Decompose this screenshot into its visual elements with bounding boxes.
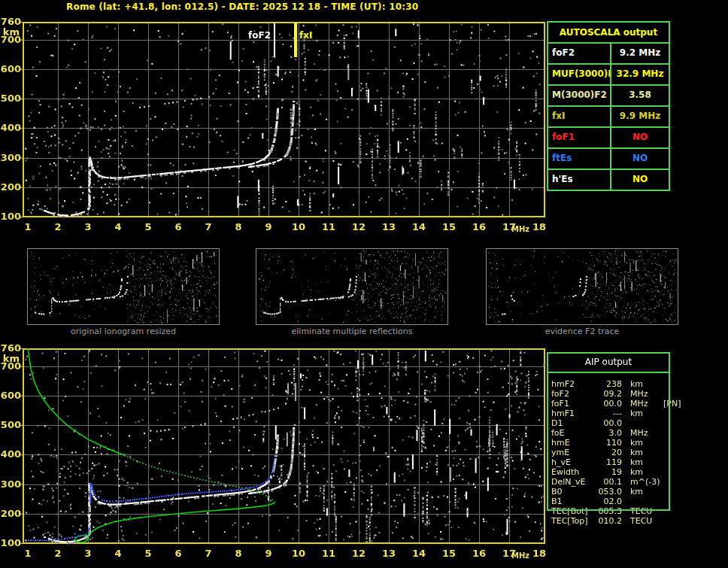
aip-l: hmE [551, 438, 592, 448]
thumbnail-caption-2: eliminate multiple reflections [292, 327, 413, 336]
autoscala-panel-title: AUTOSCALA output [548, 23, 669, 44]
M3000-label: M(3000)F2 [548, 86, 611, 105]
thumbnail-eliminate-reflections [256, 248, 448, 325]
aip-l: ymE [551, 448, 592, 457]
aip-v: 238 [592, 379, 622, 389]
aip-u: km [630, 438, 663, 448]
aip-panel-title: AIP output [547, 357, 670, 367]
aip-u: km [630, 448, 663, 457]
aip-v: --- [592, 409, 622, 418]
aip-l: DelN_vE [551, 477, 592, 487]
autoscala-output-panel: AUTOSCALA output foF2 9.2 MHz MUF(3000)F… [547, 21, 670, 191]
aip-row-B1: B102.0 [551, 497, 663, 506]
aip-row-hmE: hmE110km [551, 438, 663, 448]
aip-row-TEC[Top]: TEC[Top]010.2TECU [551, 516, 663, 526]
hEs-label: h'Es [548, 170, 611, 190]
foF1-label: foF1 [548, 128, 611, 147]
aip-row-foE: foE3.0MHz [551, 428, 663, 438]
aip-row-foF1: foF100.0MHz[PN] [551, 399, 681, 409]
MUF-label: MUF(3000)F2 [548, 65, 611, 84]
thumbnail-caption-3: evidence F2 trace [545, 327, 620, 336]
aip-u [630, 418, 663, 428]
aip-u: m^(-3) [630, 477, 663, 487]
top-ionogram-plot [0, 14, 551, 239]
aip-x: [PN] [663, 399, 681, 409]
aip-u [630, 497, 663, 506]
aip-row-TEC[Bot]: TEC[Bot]005.3TECU [551, 506, 663, 516]
aip-row-D1: D100.0 [551, 418, 663, 428]
aip-l: foF1 [551, 399, 592, 409]
aip-u: MHz [630, 389, 663, 399]
M3000-value: 3.58 [611, 86, 669, 105]
MUF-value: 32.9 MHz [611, 65, 669, 84]
aip-l: TEC[Top] [551, 516, 592, 526]
thumbnail-evidence-f2-trace [486, 248, 678, 325]
aip-v: 00.1 [592, 477, 622, 487]
aip-l: foE [551, 428, 592, 438]
aip-v: 053.0 [592, 487, 622, 497]
station-date-time-title: Rome (lat: +41.8, lon: 012.5) - DATE: 20… [66, 2, 418, 12]
aip-header-divider [547, 372, 670, 373]
aip-u: MHz [630, 428, 663, 438]
foF2-label: foF2 [548, 44, 611, 63]
aip-row-DelN_vE: DelN_vE00.1m^(-3) [551, 477, 663, 487]
aip-l: B1 [551, 497, 592, 506]
table-row-MUF: MUF(3000)F2 32.9 MHz [548, 65, 669, 86]
aip-row-hmF2: hmF2238km [551, 379, 663, 389]
aip-v: 19 [592, 467, 622, 477]
aip-v: 00.0 [592, 399, 622, 409]
ftEs-label: ftEs [548, 149, 611, 169]
aip-v: 110 [592, 438, 622, 448]
table-row-foF1: foF1 NO [548, 128, 669, 149]
aip-l: h_vE [551, 457, 592, 467]
aip-v: 20 [592, 448, 622, 457]
fxI-value: 9.9 MHz [611, 107, 669, 126]
foF1-value: NO [611, 128, 669, 147]
aip-v: 010.2 [592, 516, 622, 526]
aip-l: hmF1 [551, 409, 592, 418]
aip-u: km [630, 487, 663, 497]
aip-v: 02.0 [592, 497, 622, 506]
ftEs-value: NO [611, 149, 669, 169]
aip-row-hmF1: hmF1---km [551, 409, 663, 418]
table-row-hEs: h'Es NO [548, 170, 669, 190]
aip-v: 005.3 [592, 506, 622, 516]
aip-row-ymE: ymE20km [551, 448, 663, 457]
table-row-fxI: fxI 9.9 MHz [548, 107, 669, 128]
aip-u: TECU [630, 506, 663, 516]
fxI-label: fxI [548, 107, 611, 126]
aip-u: km [630, 467, 663, 477]
autoscala-window: Rome (lat: +41.8, lon: 012.5) - DATE: 20… [0, 0, 728, 568]
aip-u: km [630, 457, 663, 467]
thumbnail-caption-1: original ionogram resized [71, 327, 176, 336]
aip-l: foF2 [551, 389, 592, 399]
table-row-foF2: foF2 9.2 MHz [548, 44, 669, 65]
aip-u: MHz [630, 399, 663, 409]
aip-v: 3.0 [592, 428, 622, 438]
aip-l: Ewidth [551, 467, 592, 477]
aip-u: TECU [630, 516, 663, 526]
aip-l: hmF2 [551, 379, 592, 389]
aip-v: 119 [592, 457, 622, 467]
table-row-ftEs: ftEs NO [548, 149, 669, 170]
aip-u: km [630, 409, 663, 418]
aip-l: B0 [551, 487, 592, 497]
hEs-value: NO [611, 170, 669, 190]
aip-l: TEC[Bot] [551, 506, 592, 516]
thumbnail-original-ionogram [27, 248, 220, 325]
aip-l: D1 [551, 418, 592, 428]
aip-row-Ewidth: Ewidth19km [551, 467, 663, 477]
aip-row-B0: B0053.0km [551, 487, 663, 497]
aip-v: 00.0 [592, 418, 622, 428]
table-row-M3000: M(3000)F2 3.58 [548, 86, 669, 107]
foF2-value: 9.2 MHz [611, 44, 669, 63]
bottom-ionogram-plot-with-profile [0, 340, 551, 566]
aip-u: km [630, 379, 663, 389]
aip-row-foF2: foF209.2MHz [551, 389, 663, 399]
aip-row-h_vE: h_vE119km [551, 457, 663, 467]
aip-v: 09.2 [592, 389, 622, 399]
